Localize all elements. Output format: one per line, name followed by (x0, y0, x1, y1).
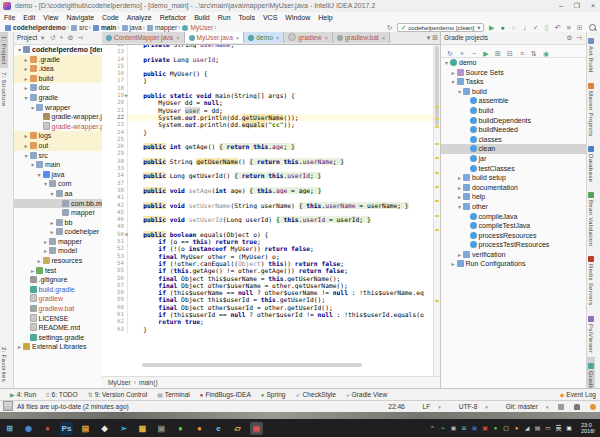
menu-vcs[interactable]: VCS (259, 12, 281, 23)
code-line[interactable]: 25 (102, 136, 440, 143)
expand-icon[interactable]: + (60, 34, 64, 41)
code-line[interactable]: 26 public int getAge() { return this.age… (102, 143, 440, 150)
code-line[interactable]: 60 final Object other$userId = other.get… (102, 304, 440, 311)
tool-stripe-2-favorites[interactable]: 2: Favorites (0, 343, 8, 386)
stop-button[interactable]: ■ (563, 23, 574, 32)
expand-arrow-icon[interactable]: ▸ (42, 247, 49, 256)
code-line[interactable]: 20 MyUser dd = null; (102, 99, 440, 106)
tool-stripe-database[interactable]: Database (587, 140, 595, 186)
project-tree-item-out[interactable]: ▸out (14, 141, 102, 151)
code-line[interactable]: 22 System.out.println(dd.getUserName()); (102, 114, 440, 121)
tray-icon[interactable]: ◢ (523, 424, 532, 433)
menu-code[interactable]: Code (98, 12, 123, 23)
gradle-tree-item-compilejava[interactable]: compileJava (441, 212, 587, 222)
project-tree-item-readme-md[interactable]: README.md (14, 323, 102, 333)
menu-run[interactable]: Run (214, 12, 235, 23)
gradle-tree-item-verification[interactable]: ▸verification (441, 250, 587, 260)
project-panel-title[interactable]: Project (17, 34, 37, 41)
scrollbar-thumb[interactable] (435, 46, 439, 126)
expand-arrow-icon[interactable]: ▸ (456, 251, 463, 260)
taskbar-clock[interactable]: 23:0 2018/ (581, 422, 600, 434)
code-line[interactable]: 54 if (!other.canEqual((Object) this)) r… (102, 260, 440, 267)
code-line[interactable]: 59 final Object this$userId = this.getUs… (102, 296, 440, 303)
close-tab-icon[interactable]: × (276, 35, 280, 41)
project-tree-item-mapper[interactable]: ▸mapper (14, 237, 102, 247)
gradle-tree-item-buildneeded[interactable]: buildNeeded (441, 125, 587, 135)
code-line[interactable]: 51 if (o == this) return true; (102, 238, 440, 245)
code-line[interactable]: 49 (102, 223, 440, 230)
taskbar-app-icon[interactable]: ▱ (231, 422, 244, 435)
editor-tab-contentmapper-java[interactable]: ContentMapper.java× (102, 32, 185, 43)
tray-expand-icon[interactable]: ^ (428, 424, 437, 433)
project-tree-item-logs[interactable]: ▸logs (14, 131, 102, 141)
taskbar-app-icon[interactable]: ▤ (79, 422, 92, 435)
editor-breadcrumb-main[interactable]: main() (139, 379, 158, 386)
taskbar-app-icon[interactable]: ⊞ (3, 422, 16, 435)
hector-inspector-icon[interactable] (590, 404, 596, 410)
debug-button[interactable]: ● (497, 23, 508, 32)
split-icon[interactable]: ⊞ (430, 34, 438, 41)
taskbar-app-icon[interactable]: ● (193, 422, 206, 435)
maximize-button[interactable]: ❐ (570, 0, 584, 12)
code-line[interactable]: 24 } (102, 129, 440, 136)
expand-arrow-icon[interactable]: ▸ (23, 142, 30, 151)
close-tab-icon[interactable]: × (324, 35, 328, 41)
coverage-button[interactable]: ○ (508, 23, 519, 32)
project-tree-item-java[interactable]: ▾java (14, 170, 102, 180)
project-tree-item-build-gradle[interactable]: build.gradle (14, 285, 102, 295)
code-line[interactable]: 57 final Object other$userName = other.g… (102, 282, 440, 289)
code-line[interactable]: 37 (102, 180, 440, 187)
collapse-arrow-icon[interactable]: ▾ (29, 161, 36, 170)
expand-arrow-icon[interactable]: ▸ (49, 228, 56, 237)
tool-stripe-7-structure[interactable]: 7: Structure (0, 68, 8, 111)
expand-arrow-icon[interactable]: ▸ (23, 132, 30, 141)
code-line[interactable]: 29 (102, 150, 440, 157)
code-editor[interactable]: 12 private String userName;1314 private … (102, 41, 440, 333)
code-line[interactable]: 33 (102, 165, 440, 172)
collapse-arrow-icon[interactable]: ▾ (23, 94, 30, 103)
run-task-icon[interactable]: ▶ (480, 48, 492, 60)
editor-tab-myuser-java[interactable]: MyUser.java× (185, 32, 245, 43)
collapse-arrow-icon[interactable]: ▾ (42, 180, 49, 189)
code-line[interactable]: 58 if (this$userName == null ? other$use… (102, 289, 440, 296)
collapse-arrow-icon[interactable]: ▾ (29, 104, 36, 113)
project-tree-item-codehelper[interactable]: ▸codehelper (14, 227, 102, 237)
breadcrumb-codehelperdemo[interactable]: codehelperdemo (13, 24, 66, 31)
gradle-tree-item-tasks[interactable]: ▾Tasks (441, 77, 587, 87)
horizontal-scrollbar-thumb[interactable] (142, 363, 362, 367)
code-line[interactable]: 38 public void setAge(int age) { this.ag… (102, 187, 440, 194)
gradle-tree-item-classes[interactable]: classes (441, 135, 587, 145)
taskbar-app-icon[interactable]: Ps (60, 422, 73, 435)
expand-arrow-icon[interactable]: ▸ (450, 260, 457, 269)
close-button[interactable]: × (586, 0, 600, 12)
taskbar-app-icon[interactable]: ◆ (98, 422, 111, 435)
code-line[interactable]: 62 return true; (102, 318, 440, 325)
tray-icon[interactable]: ▭ (544, 424, 553, 433)
collapse-arrow-icon[interactable]: ▾ (36, 171, 43, 180)
project-tree-item-external-libraries[interactable]: ▸External Libraries (14, 342, 102, 352)
menu-refactor[interactable]: Refactor (156, 12, 190, 23)
tray-icon[interactable]: ▢ (502, 424, 511, 433)
tray-icon[interactable]: ➢ (439, 424, 448, 433)
taskbar-app-icon[interactable]: ▦ (136, 422, 149, 435)
project-tree-item-gradle[interactable]: ▸.gradle (14, 55, 102, 65)
revert-button[interactable]: ↶ (552, 23, 563, 32)
gradle-tree-item-other[interactable]: ▾other (441, 202, 587, 212)
project-tree-item-gradlew[interactable]: gradlew (14, 294, 102, 304)
gradle-settings-icon[interactable]: ◉ (540, 48, 552, 60)
tray-icon[interactable]: ● (491, 424, 500, 433)
code-line[interactable]: 19▶ public static void main(String[] arg… (102, 92, 440, 99)
project-tree-item-wrapper[interactable]: ▾wrapper (14, 103, 102, 113)
gradle-tree-item-build[interactable]: ▾build (441, 87, 587, 97)
code-line[interactable]: 61 if (this$userId == null ? other$userI… (102, 311, 440, 318)
caret-position[interactable]: 22:46 (388, 403, 405, 410)
collapse-arrow-icon[interactable]: ▾ (450, 78, 457, 87)
gradle-tree-item-builddependents[interactable]: buildDependents (441, 116, 587, 126)
tool-window-switcher-icon[interactable] (3, 401, 13, 411)
tool-stripe-psiviewer[interactable]: PsiViewer (587, 310, 595, 357)
project-tree-item-com[interactable]: ▾com (14, 179, 102, 189)
project-tree-item-src[interactable]: ▾src (14, 151, 102, 161)
collapse-all-icon[interactable]: ⊟ (504, 48, 516, 60)
code-line[interactable]: 50≡ public boolean equals(Object o) { (102, 231, 440, 238)
code-line[interactable]: 53 final MyUser other = (MyUser) o; (102, 253, 440, 260)
